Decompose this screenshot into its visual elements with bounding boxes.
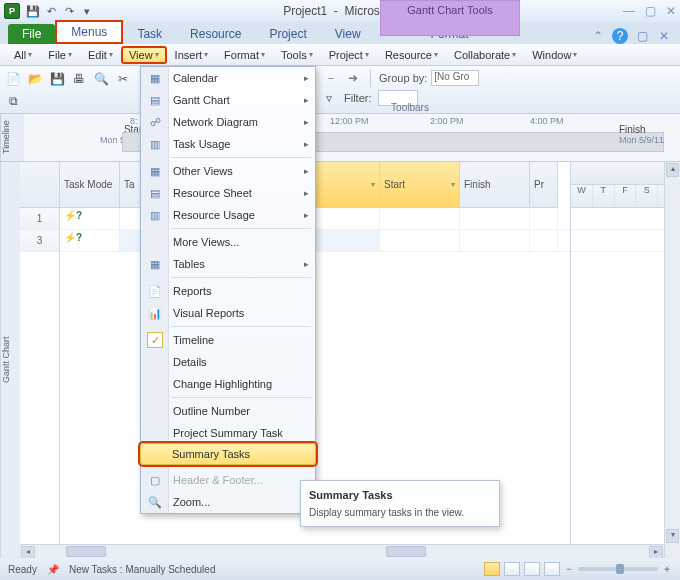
zoom-out-icon[interactable]: － [564, 562, 574, 576]
zoomout-icon[interactable]: － [322, 69, 340, 87]
cell[interactable] [380, 230, 460, 251]
status-new-tasks[interactable]: New Tasks : Manually Scheduled [69, 564, 216, 575]
menu-window[interactable]: Window▾ [524, 46, 585, 64]
timeline-side-label: Timeline [0, 114, 24, 161]
menu-project[interactable]: Project▾ [321, 46, 377, 64]
minimize-ribbon-icon[interactable]: ⌃ [590, 28, 606, 44]
qat-redo-icon[interactable]: ↷ [62, 4, 76, 18]
ribbon-restore-icon[interactable]: ▢ [634, 28, 650, 44]
res-usage-icon: ▥ [147, 207, 163, 223]
menu-other-views[interactable]: ▦Other Views▸ [141, 160, 315, 182]
scroll-thumb[interactable] [66, 546, 106, 557]
view-usage-icon[interactable] [504, 562, 520, 576]
menu-visual-reports[interactable]: 📊Visual Reports [141, 302, 315, 324]
col-predecessors[interactable]: Pr [530, 162, 558, 208]
menu-change-highlighting[interactable]: Change Highlighting [141, 373, 315, 395]
menu-reports[interactable]: 📄Reports [141, 280, 315, 302]
menu-zoom[interactable]: 🔍Zoom... [141, 491, 315, 513]
new-icon[interactable]: 📄 [4, 70, 22, 88]
timeline-tick: 12:00 PM [330, 116, 369, 126]
qat-undo-icon[interactable]: ↶ [44, 4, 58, 18]
view-sheet-icon[interactable] [544, 562, 560, 576]
groupby-combo[interactable]: [No Gro [431, 70, 479, 86]
col-start[interactable]: Start▾ [380, 162, 460, 208]
scroll-up-icon[interactable]: ▴ [666, 163, 679, 177]
menu-calendar[interactable]: ▦Calendar▸ [141, 67, 315, 89]
visual-reports-icon: 📊 [147, 305, 163, 321]
menu-tools[interactable]: Tools▾ [273, 46, 321, 64]
gantt-side-label: Gantt Chart [0, 162, 20, 558]
zoom-slider[interactable] [578, 567, 658, 571]
timeline-tick: 4:00 PM [530, 116, 564, 126]
copy-icon[interactable]: ⧉ [4, 92, 22, 110]
ribbon-close-icon[interactable]: ✕ [656, 28, 672, 44]
zoom-in-icon[interactable]: ＋ [662, 562, 672, 576]
menu-resource[interactable]: Resource▾ [377, 46, 446, 64]
tab-task[interactable]: Task [123, 24, 176, 44]
view-team-icon[interactable] [524, 562, 540, 576]
print-icon[interactable]: 🖶 [70, 70, 88, 88]
other-views-icon: ▦ [147, 163, 163, 179]
restore-icon[interactable]: ▢ [645, 4, 656, 18]
help-icon[interactable]: ? [612, 28, 628, 44]
menu-format[interactable]: Format▾ [216, 46, 273, 64]
menu-project-summary-task[interactable]: Project Summary Task [141, 422, 315, 444]
open-icon[interactable]: 📂 [26, 70, 44, 88]
separator [370, 69, 371, 87]
menu-task-usage[interactable]: ▥Task Usage▸ [141, 133, 315, 155]
cell[interactable] [460, 230, 530, 251]
menu-insert[interactable]: Insert▾ [167, 46, 217, 64]
cell-task-mode[interactable]: ⚡? [60, 230, 120, 251]
menu-gantt-chart[interactable]: ▤Gantt Chart▸ [141, 89, 315, 111]
zoom-thumb[interactable] [616, 564, 624, 574]
menu-timeline[interactable]: ✓Timeline [141, 329, 315, 351]
tab-file[interactable]: File [8, 24, 55, 44]
cell[interactable] [380, 208, 460, 229]
col-task-mode[interactable]: Task Mode [60, 162, 120, 208]
col-finish[interactable]: Finish [460, 162, 530, 208]
menu-all[interactable]: All▾ [6, 46, 40, 64]
scroll-thumb[interactable] [386, 546, 426, 557]
app-icon: P [4, 3, 20, 19]
tab-resource[interactable]: Resource [176, 24, 255, 44]
menu-file[interactable]: File▾ [40, 46, 80, 64]
menu-summary-tasks[interactable]: Summary Tasks [140, 443, 316, 465]
scroll-down-icon[interactable]: ▾ [666, 529, 679, 543]
page-icon: ▢ [147, 472, 163, 488]
menu-view[interactable]: View▾ [121, 46, 167, 64]
menu-network-diagram[interactable]: ☍Network Diagram▸ [141, 111, 315, 133]
cell[interactable] [530, 230, 558, 251]
timeline-tick: 2:00 PM [430, 116, 464, 126]
menu-outline-number[interactable]: Outline Number [141, 400, 315, 422]
horizontal-scrollbar[interactable]: ◂ ▸ [20, 544, 664, 558]
cell[interactable] [460, 208, 530, 229]
minimize-icon[interactable]: — [623, 4, 635, 18]
tab-menus[interactable]: Menus [55, 20, 123, 44]
menu-edit[interactable]: Edit▾ [80, 46, 121, 64]
menu-header-footer: ▢Header & Footer... [141, 469, 315, 491]
goto-icon[interactable]: ➜ [344, 69, 362, 87]
preview-icon[interactable]: 🔍 [92, 70, 110, 88]
row-header[interactable]: 1 [20, 208, 59, 230]
menu-resource-usage[interactable]: ▥Resource Usage▸ [141, 204, 315, 226]
network-icon: ☍ [147, 114, 163, 130]
view-gantt-icon[interactable] [484, 562, 500, 576]
qat-customize-icon[interactable]: ▾ [80, 4, 94, 18]
row-header[interactable]: 3 [20, 230, 59, 252]
menu-collaborate[interactable]: Collaborate▾ [446, 46, 524, 64]
tab-project[interactable]: Project [255, 24, 320, 44]
tab-view[interactable]: View [321, 24, 375, 44]
menu-resource-sheet[interactable]: ▤Resource Sheet▸ [141, 182, 315, 204]
vertical-scrollbar[interactable]: ▴ ▾ [664, 162, 680, 558]
menu-tables[interactable]: ▦Tables▸ [141, 253, 315, 275]
calendar-icon: ▦ [147, 70, 163, 86]
qat-save-icon[interactable]: 💾 [26, 4, 40, 18]
menu-more-views[interactable]: More Views... [141, 231, 315, 253]
select-all-cell[interactable] [20, 162, 59, 208]
cell[interactable] [530, 208, 558, 229]
menu-details[interactable]: Details [141, 351, 315, 373]
cell-task-mode[interactable]: ⚡? [60, 208, 120, 229]
save-icon[interactable]: 💾 [48, 70, 66, 88]
close-icon[interactable]: ✕ [666, 4, 676, 18]
cut-icon[interactable]: ✂ [114, 70, 132, 88]
